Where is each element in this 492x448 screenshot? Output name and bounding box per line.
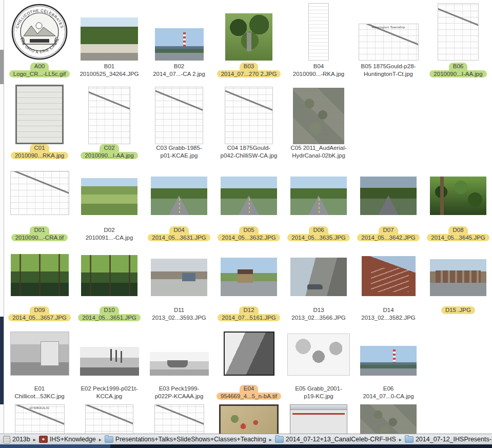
file-item[interactable]: D122014_07...5161.JPG [214, 253, 284, 321]
breadcrumb-item[interactable]: 2013b [3, 436, 30, 443]
file-label[interactable]: D062014_05...3635.JPG [287, 226, 350, 241]
file-item[interactable]: E02 Peck1999-p021t-KCCA.jpg [74, 333, 144, 400]
breadcrumb-item[interactable]: 2014_07-12_IHSPresents-HydraulicCanal [405, 436, 492, 443]
file-label[interactable]: E01Chillicot...53KC.jpg [10, 385, 68, 400]
file-thumbnail[interactable] [287, 334, 350, 376]
file-thumbnail[interactable] [88, 87, 130, 144]
breadcrumb-item[interactable]: 2014_07-12+13_CanalCeleb-CRF-IHS [275, 436, 396, 443]
file-item[interactable]: E03 Peck1999-p022P-KCAAA.jpg [144, 333, 214, 400]
file-label[interactable]: B062010090...I-AA.jpg [429, 63, 486, 77]
file-label[interactable]: A00Logo_CR...-LL5c.gif [9, 63, 70, 77]
file-thumbnail[interactable] [360, 346, 417, 376]
file-thumbnail[interactable] [225, 13, 272, 61]
file-thumbnail[interactable] [224, 332, 274, 376]
file-item[interactable]: D112013_02...3593.JPG [144, 253, 214, 321]
breadcrumb-item[interactable]: IHS+Knowledge [39, 436, 96, 443]
file-label[interactable]: B05 1875Gould-p28-HuntingtonT-Ct.jpg [357, 63, 420, 77]
file-item[interactable] [144, 404, 214, 434]
file-label[interactable]: E02 Peck1999-p021t-KCCA.jpg [76, 385, 142, 400]
file-label[interactable]: D052014_05...3632.JPG [218, 226, 280, 241]
file-label[interactable]: E04954669_4...5_n-bA.tif [217, 385, 281, 400]
file-thumbnail[interactable] [151, 259, 207, 296]
file-thumbnail[interactable] [10, 171, 69, 215]
file-item[interactable]: C012010090...RKA.jpg [5, 86, 74, 159]
file-item[interactable]: D042014_05...3631.JPG [144, 172, 214, 241]
file-label[interactable]: E062014_07...0-CA.jpg [359, 385, 418, 400]
file-label[interactable]: C04 1875Gould-p042-ChilliSW-CA.jpg [217, 144, 282, 159]
file-label[interactable]: C03 Grabb-1985-p01-KCAE.jpg [152, 144, 206, 159]
file-item[interactable]: D132013_02...3566.JPG [284, 253, 353, 321]
file-item[interactable]: D082014_05...3645.JPG [423, 172, 492, 241]
file-item[interactable]: B022014_07...-CA 2.jpg [144, 2, 214, 77]
file-thumbnail[interactable] [430, 177, 486, 215]
file-label[interactable]: C022010090...I-AA.jpg [81, 144, 137, 159]
file-label[interactable]: D012010090...-CRA.tif [11, 226, 68, 241]
file-item[interactable]: D012010090...-CRA.tif [5, 172, 74, 241]
file-item[interactable]: D022010091...-CA.jpg [74, 172, 144, 241]
file-item[interactable]: C04 1875Gould-p042-ChilliSW-CA.jpg [214, 86, 284, 159]
file-label[interactable]: E05 Grabb_2001-p19-KC.jpg [291, 385, 346, 400]
file-thumbnail[interactable] [293, 88, 344, 144]
file-thumbnail[interactable] [221, 177, 277, 215]
file-thumbnail[interactable] [290, 258, 347, 296]
file-thumbnail[interactable] [290, 404, 347, 434]
file-thumbnail[interactable] [155, 87, 203, 144]
file-thumbnail[interactable] [81, 17, 138, 61]
file-label[interactable]: B0120100525_34264.JPG [75, 63, 143, 77]
file-thumbnail[interactable] [430, 259, 486, 296]
file-item[interactable]: E01Chillicot...53KC.jpg [5, 333, 74, 400]
file-thumbnail[interactable] [225, 87, 273, 144]
file-thumbnail[interactable] [150, 352, 209, 376]
file-thumbnail[interactable]: Huntington Township [359, 24, 419, 61]
file-thumbnail[interactable] [155, 28, 204, 61]
file-label[interactable]: D042014_05...3631.JPG [148, 226, 210, 241]
file-label[interactable]: D15 .JPG [441, 306, 475, 314]
file-item[interactable]: D072014_05...3642.JPG [353, 172, 423, 241]
file-item[interactable]: D052014_05...3632.JPG [214, 172, 284, 241]
file-thumbnail[interactable] [81, 255, 137, 296]
file-item[interactable]: E04954669_4...5_n-bA.tif [214, 333, 284, 400]
file-thumbnail[interactable] [308, 3, 329, 61]
file-thumbnail[interactable] [151, 177, 207, 215]
file-label[interactable]: D102014_05...3651.JPG [78, 306, 141, 321]
file-label[interactable]: D122014_07...5161.JPG [218, 306, 280, 321]
file-thumbnail[interactable] [15, 85, 64, 144]
file-thumbnail[interactable] [10, 332, 69, 376]
file-thumbnail[interactable] [360, 404, 417, 434]
file-thumbnail[interactable]: · CHILLICOTHE CELEBRATES ·THE OHIO & ERI… [11, 3, 68, 61]
file-label[interactable]: E03 Peck1999-p022P-KCAAA.jpg [151, 385, 208, 400]
file-item[interactable]: D102014_05...3651.JPG [74, 253, 144, 321]
file-label[interactable]: D132013_02...3566.JPG [287, 306, 350, 321]
file-label[interactable]: D112013_02...3593.JPG [148, 306, 210, 321]
file-thumbnail[interactable]: HYDRAULIC [15, 404, 65, 434]
file-item[interactable]: D142013_02...3582.JPG [353, 253, 423, 321]
file-label[interactable]: C05 2011_AudAerial-HydrCanal-02bK.jpg [286, 144, 350, 159]
file-item[interactable]: HYDRAULIC [5, 404, 74, 434]
file-thumbnail[interactable] [360, 177, 417, 215]
file-item[interactable]: C022010090...I-AA.jpg [74, 86, 144, 159]
file-label[interactable]: B032014_07...270 2.JPG [217, 63, 281, 77]
file-label[interactable]: C012010090...RKA.jpg [11, 144, 69, 159]
file-item[interactable]: D092014_05...3657.JPG [5, 253, 74, 321]
file-item[interactable]: C03 Grabb-1985-p01-KCAE.jpg [144, 86, 214, 159]
file-thumbnail[interactable] [80, 347, 139, 376]
file-label[interactable]: B042010090...-RKA.jpg [289, 63, 348, 77]
file-thumbnail[interactable] [85, 404, 133, 434]
breadcrumb-item[interactable]: Presentations+Talks+SlideShows+Classes+T… [105, 436, 266, 443]
file-item[interactable]: B062010090...I-AA.jpg [423, 2, 492, 77]
file-thumbnail[interactable] [81, 178, 137, 215]
file-thumbnail[interactable] [11, 254, 69, 296]
file-item[interactable]: B032014_07...270 2.JPG [214, 2, 284, 77]
file-thumbnail[interactable] [362, 256, 416, 296]
file-thumbnail[interactable] [438, 3, 479, 61]
file-thumbnail[interactable] [290, 177, 347, 215]
file-item[interactable] [284, 404, 353, 434]
file-label[interactable]: D092014_05...3657.JPG [8, 306, 71, 321]
file-item[interactable]: E062014_07...0-CA.jpg [353, 333, 423, 400]
file-item[interactable]: C05 2011_AudAerial-HydrCanal-02bK.jpg [284, 86, 353, 159]
file-label[interactable]: D072014_05...3642.JPG [357, 226, 420, 241]
file-label[interactable]: D142013_02...3582.JPG [357, 306, 420, 321]
file-item[interactable] [214, 404, 284, 434]
file-item[interactable]: D062014_05...3635.JPG [284, 172, 353, 241]
file-thumbnail[interactable] [219, 404, 279, 434]
